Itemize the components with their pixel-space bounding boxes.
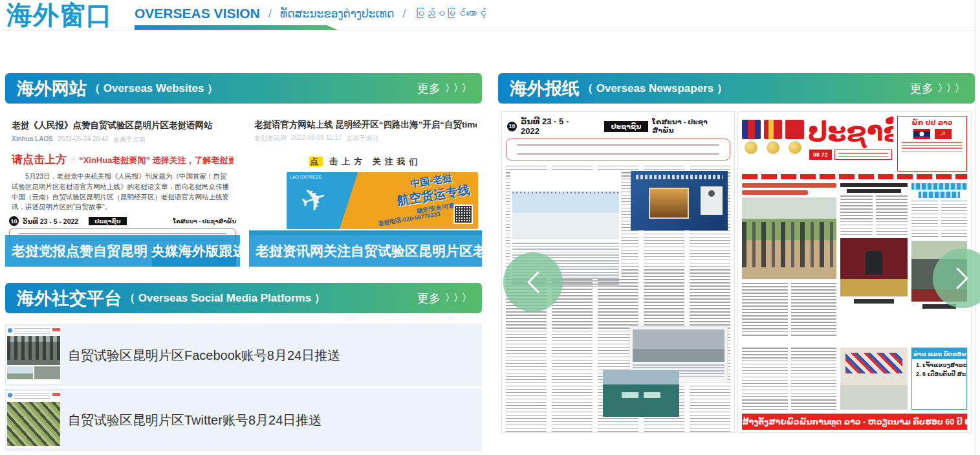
- podium-speech-photo: [840, 238, 908, 296]
- article-location: 发表于湖北: [346, 134, 378, 143]
- text-columns: [742, 348, 836, 410]
- medal-disc: [789, 141, 801, 154]
- sub-photo: [34, 366, 60, 379]
- more-websites-button[interactable]: 更多 〉〉〉: [417, 81, 470, 96]
- promo-prefix: 请点击上方: [12, 152, 67, 167]
- photo-caption-placeholder: [854, 299, 894, 304]
- newspaper-masthead: ປະຊາຊົນ: [808, 116, 893, 148]
- article-time: 2022-05-09 11:17: [291, 134, 342, 143]
- medal-ribbon: [764, 120, 783, 139]
- prev-arrow-button[interactable]: [503, 252, 563, 312]
- section-title-en: （ Overseas Websites ）: [89, 81, 218, 96]
- nav-link-burmese[interactable]: ပြည်ပမြင်ထောင့်: [415, 8, 487, 19]
- text-lines-placeholder: [14, 393, 50, 399]
- clipping-header: 10 ວັນທີ 23 - 5 - 2022 ປະຊາຊົນ ໂຄສະນາ - …: [9, 216, 236, 226]
- party-flag-icon: ☭: [935, 129, 952, 139]
- promo-text: “XinHua老挝要闻” 选择关注，了解老挝更多点: [79, 155, 234, 166]
- contents-item: 2. 6 ເດືອນຕົ້ນປີ ສະພາຄານ …: [916, 371, 966, 377]
- stone-forest-photo: [7, 336, 60, 365]
- text-line: [902, 148, 963, 149]
- front-page-bottom-row: ຂ່າວ ແລະ ບົດຕອນການເຕີມ 1. ເຈົ້າແຂວງສາລະວ…: [742, 348, 967, 410]
- clipping-date: ວັນທີ 23 - 5 - 2022: [23, 217, 78, 225]
- section-title-en: （ Overseas Newspapers ）: [582, 81, 728, 96]
- avatar: [8, 393, 12, 397]
- moss-rocks-photo: [7, 402, 60, 446]
- left-column: [742, 183, 836, 345]
- text-columns: [840, 195, 908, 236]
- website-button: [644, 392, 660, 398]
- header-nav: OVERSEAS VISION / ທັດສະນະຂອງຕ່າງປະເທດ / …: [135, 0, 487, 27]
- more-social-button[interactable]: 更多 〉〉〉: [417, 291, 470, 306]
- section-bar-overseas-social: 海外社交平台 （ Overseas Social Media Platforms…: [5, 283, 482, 313]
- social-post-row-twitter[interactable]: 自贸试验区昆明片区Twitter账号8月24日推送: [5, 388, 482, 451]
- more-label: 更多: [910, 81, 933, 96]
- website-card-lao-info-net[interactable]: 老挝语官方网站上线 昆明经开区“四路出海”开启“自贸time” 老挝资讯网 20…: [249, 110, 482, 267]
- headline-placeholder: [919, 192, 961, 198]
- medal-disc: [767, 141, 779, 154]
- article-body: 5月23日，老挝党中央机关报《人民报》刊发题为《中国首家！自贸试验区昆明片区老挝…: [12, 172, 234, 212]
- newspaper-date: ວັນທີ 23 - 5 - 2022: [521, 117, 590, 136]
- avatar: [8, 328, 12, 333]
- center-column: [840, 183, 908, 345]
- newspaper-carousel: 10 ວັນທີ 23 - 5 - 2022 ປະຊາຊົນ ໂຄສະນາ - …: [498, 111, 975, 433]
- text-line: [902, 145, 963, 146]
- nav-link-english[interactable]: OVERSEAS VISION: [135, 6, 260, 21]
- medal-icons: [742, 116, 804, 172]
- text-lines-placeholder: [902, 142, 963, 151]
- card-caption-link[interactable]: 老挝资讯网关注自贸试验区昆明片区老: [249, 235, 482, 267]
- contents-item: 1. ເຈົ້າແຂວງສາລະວັນ …: [916, 362, 966, 368]
- lao-flag-icon: [913, 129, 930, 139]
- medal-icon: [785, 120, 804, 172]
- contents-row: 1. ເຈົ້າແຂວງສາລະວັນ … ໜ້າ 4: [912, 359, 966, 368]
- nav-separator: /: [402, 6, 406, 21]
- triple-chevron-icon: 〉〉〉: [445, 292, 470, 304]
- social-post-title[interactable]: 自贸试验区昆明片区Facebook账号8月24日推送: [68, 346, 340, 364]
- newspaper-masthead-small: ປະຊາຊົນ: [604, 121, 649, 132]
- contents-row: 2. 6 ເດືອນຕົ້ນປີ ສະພາຄານ … ໜ້າ 9: [912, 368, 966, 377]
- text-line: [838, 156, 888, 157]
- site-logo[interactable]: 海外窗口: [6, 0, 113, 30]
- website-card-peoples-daily[interactable]: 老挝《人民报》点赞自贸试验区昆明片区老挝语网站 Xinhua LAOS 2022…: [5, 110, 240, 267]
- chevron-right-icon: [952, 264, 974, 293]
- follow-us-line: 点 击上方 关注我们: [249, 156, 482, 168]
- triple-chevron-icon: 〉〉〉: [445, 82, 470, 94]
- red-ticker-strip: [742, 174, 967, 179]
- article-location: 发表于云南: [113, 135, 146, 144]
- tv-caption-strip: [636, 175, 723, 179]
- headline-placeholder: [742, 190, 808, 195]
- highlighted-char: 点: [309, 157, 323, 166]
- clipping-masthead: ປະຊາຊົນ: [89, 217, 126, 225]
- card-caption-link[interactable]: 老挝党报点赞自贸昆明 央媒海外版跟进: [5, 235, 240, 267]
- more-label: 更多: [417, 291, 441, 306]
- article-title: 老挝语官方网站上线 昆明经开区“四路出海”开启“自贸time”: [254, 119, 477, 131]
- medal-icon: [742, 120, 761, 172]
- medal-icon: [764, 120, 783, 172]
- social-post-row-facebook[interactable]: 自贸试验区昆明片区Facebook账号8月24日推送: [5, 324, 482, 386]
- triple-chevron-icon: 〉〉〉: [938, 82, 963, 94]
- text-lines-placeholder: [14, 328, 50, 335]
- issue-number-box: 08 72: [809, 150, 832, 160]
- section-title-en: （ Overseas Social Media Platforms ）: [124, 291, 325, 305]
- pointing-hand-icon: ☝: [70, 154, 76, 166]
- front-page-columns: [742, 183, 967, 345]
- celebration-photo: [840, 348, 908, 410]
- masthead-subrow: 08 72: [809, 150, 892, 160]
- tea-photo: [649, 188, 689, 219]
- bottom-red-banner: ສຸມໃສ່ວັນສ້າງຕັ້ງສາຍພົວພັນການທູດ ລາວ - ຫ…: [742, 414, 967, 430]
- social-post-title[interactable]: 自贸试验区昆明片区Twitter账号8月24日推送: [68, 411, 321, 428]
- page-right-divider: [975, 0, 976, 455]
- contents-box: ຂ່າວ ແລະ ບົດຕອນການເຕີມ 1. ເຈົ້າແຂວງສາລະວ…: [911, 348, 967, 410]
- text-column: [791, 283, 837, 337]
- more-newspapers-button[interactable]: 更多 〉〉〉: [910, 81, 963, 96]
- text-column: [876, 195, 908, 236]
- follow-button-placeholder: [52, 393, 60, 396]
- article-meta: 老挝资讯网 2022-05-09 11:17 发表于湖北: [254, 134, 477, 143]
- masthead-row: ປະຊາຊົນ 08 72 ພັກ ປປ ລາວ ☭: [742, 116, 967, 172]
- overseas-window-page: 海外窗口 OVERSEAS VISION / ທັດສະນະຂອງຕ່າງປະເ…: [0, 0, 980, 455]
- party-flag-box: ພັກ ປປ ລາວ ☭: [897, 116, 967, 172]
- text-column: [911, 201, 938, 238]
- nav-link-lao[interactable]: ທັດສະນະຂອງຕ່າງປະເທດ: [280, 7, 394, 21]
- ad-footnote-placeholder: [393, 225, 477, 228]
- text-columns: [742, 283, 836, 337]
- notice-box: [506, 139, 730, 161]
